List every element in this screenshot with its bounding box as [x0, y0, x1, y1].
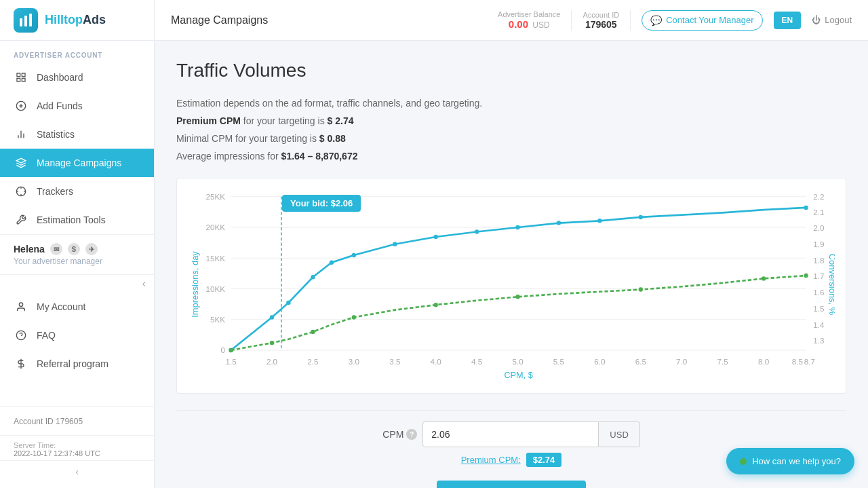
bar-chart-icon	[14, 127, 28, 142]
svg-text:5.5: 5.5	[553, 357, 565, 366]
svg-text:2.2: 2.2	[813, 192, 824, 201]
logout-label: Logout	[825, 15, 852, 25]
sidebar-item-trackers[interactable]: Trackers	[0, 177, 154, 206]
svg-text:1.5: 1.5	[813, 304, 825, 313]
section-separator	[176, 410, 846, 411]
sidebar-item-add-funds[interactable]: Add Funds	[0, 92, 154, 120]
page-title: Traffic Volumes	[176, 60, 846, 81]
svg-text:6.5: 6.5	[635, 357, 647, 366]
svg-point-83	[515, 295, 519, 299]
sidebar: HilltopAds ADVERTISER ACCOUNT Dashboard …	[0, 0, 155, 488]
sidebar-item-statistics[interactable]: Statistics	[0, 120, 154, 149]
manager-name: Helena ✉ S ✈	[14, 243, 140, 255]
language-selector[interactable]: EN	[774, 12, 802, 29]
cpm-input-row: CPM ? USD	[382, 421, 640, 447]
account-value: 179605	[583, 19, 619, 30]
premium-cpm-badge: $2.74	[526, 453, 562, 467]
header-title: Manage Campaigns	[171, 14, 487, 26]
cpm-help-icon[interactable]: ?	[406, 429, 417, 440]
sidebar-collapse-bottom[interactable]: ‹	[0, 460, 154, 483]
server-time-label: Server Time:	[14, 441, 140, 449]
cpm-input-wrapper: USD	[422, 421, 639, 447]
svg-text:0: 0	[221, 345, 226, 354]
svg-point-68	[330, 260, 334, 264]
avg-impressions-info: Average impressions for $1.64 – 8,870,67…	[176, 151, 846, 162]
premium-cpm-link[interactable]: Premium CPM:	[461, 455, 521, 465]
svg-point-78	[229, 348, 233, 352]
svg-text:1.9: 1.9	[813, 240, 824, 248]
svg-point-70	[393, 242, 397, 246]
sidebar-item-my-account[interactable]: My Account	[0, 293, 154, 321]
avg-range: $1.64 – 8,870,672	[281, 151, 358, 162]
cpm-input[interactable]	[422, 421, 599, 447]
manager-section: Helena ✉ S ✈ Your advertiser manager	[0, 234, 154, 275]
account-id-section: Account ID 179605	[0, 406, 154, 435]
avg-label: Average impressions for	[176, 151, 279, 162]
help-circle-icon	[14, 328, 28, 343]
balance-value: 0.00 USD	[498, 18, 560, 30]
traffic-chart: 25KK 20KK 15KK 10KK 5KK 0 2.2 2.1 2.0 1.…	[188, 189, 835, 379]
telegram-icon[interactable]: ✈	[85, 243, 98, 255]
balance-label: Advertiser Balance	[498, 10, 560, 18]
svg-text:2.0: 2.0	[813, 223, 825, 232]
tool-icon	[14, 212, 28, 227]
dashboard-label: Dashboard	[37, 72, 83, 83]
sidebar-item-referral[interactable]: Referral program	[0, 350, 154, 378]
svg-text:5.0: 5.0	[512, 357, 524, 366]
dollar-icon	[14, 356, 28, 371]
contact-label: Contact Your Manager	[666, 15, 753, 25]
estimation-tools-label: Estimation Tools	[37, 214, 106, 225]
premium-cpm-label: Premium CPM	[176, 115, 241, 126]
server-time-section: Server Time: 2022-10-17 12:37:48 UTC	[0, 435, 154, 460]
logo-icon	[14, 8, 38, 33]
svg-text:4.0: 4.0	[431, 357, 442, 366]
header: Manage Campaigns Advertiser Balance 0.00…	[155, 0, 868, 41]
svg-point-74	[557, 221, 561, 225]
add-campaign-button[interactable]: Add campaign	[437, 481, 586, 488]
svg-text:7.5: 7.5	[717, 357, 729, 366]
svg-point-71	[434, 235, 438, 239]
premium-cpm-rest: for your targeting is	[243, 115, 328, 126]
contact-manager-btn[interactable]: 💬 Contact Your Manager	[642, 10, 762, 31]
svg-point-69	[352, 253, 356, 257]
cpm-currency: USD	[599, 421, 639, 447]
sidebar-item-faq[interactable]: FAQ	[0, 321, 154, 350]
my-account-label: My Account	[37, 301, 85, 312]
svg-text:2.1: 2.1	[813, 208, 824, 217]
svg-text:7.0: 7.0	[676, 357, 688, 366]
brand-name: HilltopAds	[45, 13, 106, 27]
crosshair-icon	[14, 184, 28, 199]
svg-text:3.0: 3.0	[349, 357, 360, 366]
referral-label: Referral program	[37, 358, 108, 369]
sidebar-item-estimation-tools[interactable]: Estimation Tools	[0, 206, 154, 234]
svg-rect-6	[22, 78, 25, 81]
chat-bubble[interactable]: How can we help you?	[726, 448, 854, 474]
svg-text:Impressions, day: Impressions, day	[190, 251, 200, 318]
logout-btn[interactable]: ⏻ Logout	[812, 15, 852, 25]
svg-text:20KK: 20KK	[206, 223, 226, 231]
svg-point-67	[311, 275, 315, 279]
svg-point-76	[639, 215, 643, 219]
svg-text:3.5: 3.5	[389, 357, 401, 366]
user-icon	[14, 299, 28, 314]
svg-text:2.0: 2.0	[267, 357, 278, 366]
svg-text:1.6: 1.6	[813, 288, 825, 297]
plus-circle-icon	[14, 98, 28, 113]
svg-rect-3	[17, 73, 20, 77]
collapse-btn[interactable]: ‹	[0, 275, 154, 293]
sidebar-item-dashboard[interactable]: Dashboard	[0, 63, 154, 92]
skype-icon[interactable]: S	[68, 243, 80, 255]
faq-label: FAQ	[37, 330, 56, 341]
svg-text:CPM, $: CPM, $	[504, 370, 532, 379]
svg-point-82	[434, 303, 438, 307]
grid-icon	[14, 70, 28, 85]
svg-point-75	[597, 219, 601, 223]
svg-point-84	[639, 287, 643, 291]
svg-text:1.4: 1.4	[813, 320, 825, 329]
svg-text:8.5: 8.5	[792, 357, 804, 366]
email-icon[interactable]: ✉	[50, 243, 62, 255]
svg-text:15KK: 15KK	[206, 253, 226, 262]
server-time-value: 2022-10-17 12:37:48 UTC	[14, 449, 140, 457]
header-divider2	[630, 10, 631, 31]
sidebar-item-manage-campaigns[interactable]: Manage Campaigns	[0, 149, 154, 177]
